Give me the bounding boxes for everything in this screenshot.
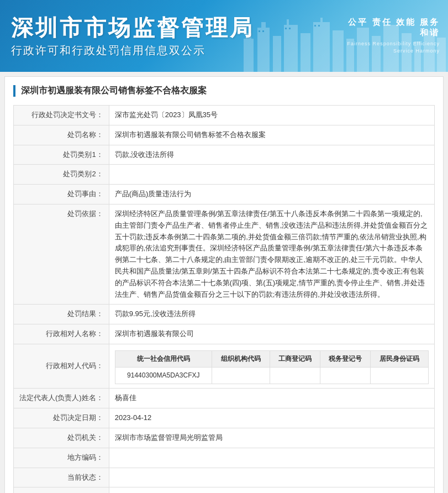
row-decision-doc: 行政处罚决定书文号： 深市监光处罚〔2023〕凤凰35号 — [14, 106, 435, 125]
value-decision-doc: 深市监光处罚〔2023〕凤凰35号 — [109, 106, 434, 125]
id-val-tax — [320, 368, 370, 384]
id-val-business — [270, 368, 320, 384]
value-authority: 深圳市市场监督管理局光明监管局 — [109, 428, 434, 448]
value-penalty-type1: 罚款,没收违法所得 — [109, 145, 434, 165]
case-title: 深圳市初遇服装有限公司销售标签不合格衣服案 — [13, 85, 435, 97]
row-area-code: 地方编码： — [14, 448, 435, 468]
row-reason: 处罚事由： 产品(商品)质量违法行为 — [14, 185, 435, 204]
id-value-row: 91440300MA5DA3CFXJ — [115, 368, 428, 384]
value-status — [109, 468, 434, 487]
label-remarks: 备注 — [14, 487, 109, 493]
row-case-name: 处罚名称： 深圳市初遇服装有限公司销售标签不合格衣服案 — [14, 125, 435, 145]
id-val-org — [212, 368, 270, 384]
id-val-resident — [370, 368, 428, 384]
label-basis: 处罚依据： — [14, 204, 109, 304]
row-admin-rel-id: 行政相对人代码： 统一社会信用代码 组织机构代码 工商登记码 税务登记号 居民身… — [14, 344, 435, 388]
value-result: 罚款9.95元,没收违法所得 — [109, 305, 434, 324]
label-decision-doc: 行政处罚决定书文号： — [14, 106, 109, 125]
label-result: 处罚结果： — [14, 305, 109, 324]
value-penalty-type2 — [109, 165, 434, 185]
row-admin-rel-name: 行政相对人名称： 深圳市初遇服装有限公司 — [14, 324, 435, 344]
row-status: 当前状态： — [14, 468, 435, 487]
row-authority: 处罚机关： 深圳市市场监督管理局光明监管局 — [14, 428, 435, 448]
value-basis: 深圳经济特区产品质量管理条例/第五章法律责任/第五十八条违反本条例第二十四条第一… — [109, 204, 434, 304]
id-col-tax: 税务登记号 — [320, 350, 370, 367]
value-case-name: 深圳市初遇服装有限公司销售标签不合格衣服案 — [109, 125, 434, 145]
id-val-unified: 91440300MA5DA3CFXJ — [115, 368, 212, 384]
header-title-main: 深圳市市场监督管理局 — [11, 14, 326, 41]
row-legal-rep: 法定代表人(负责人)姓名： 杨喜佳 — [14, 389, 435, 408]
id-col-business: 工商登记码 — [270, 350, 320, 367]
header: 深圳市市场监督管理局 行政许可和行政处罚信用信息双公示 公平 责任 效能 服务 … — [0, 0, 448, 72]
label-legal-rep: 法定代表人(负责人)姓名： — [14, 389, 109, 408]
value-reason: 产品(商品)质量违法行为 — [109, 185, 434, 204]
value-area-code — [109, 448, 434, 468]
id-col-unified: 统一社会信用代码 — [115, 350, 212, 367]
value-admin-rel-id: 统一社会信用代码 组织机构代码 工商登记码 税务登记号 居民身份证码 91440… — [109, 344, 434, 388]
value-admin-rel-name: 深圳市初遇服装有限公司 — [109, 324, 434, 344]
id-header-row: 统一社会信用代码 组织机构代码 工商登记码 税务登记号 居民身份证码 — [115, 350, 428, 367]
header-motto-cn: 公平 责任 效能 服务 和谐 — [346, 17, 440, 38]
row-remarks: 备注 — [14, 487, 435, 493]
label-admin-rel-name: 行政相对人名称： — [14, 324, 109, 344]
label-decision-date: 处罚决定日期： — [14, 408, 109, 428]
label-authority: 处罚机关： — [14, 428, 109, 448]
row-penalty-type1: 处罚类别1： 罚款,没收违法所得 — [14, 145, 435, 165]
header-title-sub: 行政许可和行政处罚信用信息双公示 — [11, 43, 326, 58]
label-area-code: 地方编码： — [14, 448, 109, 468]
case-table: 行政处罚决定书文号： 深市监光处罚〔2023〕凤凰35号 处罚名称： 深圳市初遇… — [13, 105, 435, 493]
label-admin-rel-id: 行政相对人代码： — [14, 344, 109, 388]
label-case-name: 处罚名称： — [14, 125, 109, 145]
id-inner-table: 统一社会信用代码 组织机构代码 工商登记码 税务登记号 居民身份证码 91440… — [115, 350, 429, 384]
value-legal-rep: 杨喜佳 — [109, 389, 434, 408]
row-penalty-type2: 处罚类别2： — [14, 165, 435, 185]
label-penalty-type2: 处罚类别2： — [14, 165, 109, 185]
header-motto-en: Fairness Responsibility Efficiency Servi… — [346, 40, 440, 55]
header-right: 公平 责任 效能 服务 和谐 Fairness Responsibility E… — [338, 0, 448, 72]
value-remarks — [109, 487, 434, 493]
id-col-resident: 居民身份证码 — [370, 350, 428, 367]
value-decision-date: 2023-04-12 — [109, 408, 434, 428]
content-area: 深圳市初遇服装有限公司销售标签不合格衣服案 行政处罚决定书文号： 深市监光处罚〔… — [4, 76, 444, 493]
id-col-org: 组织机构代码 — [212, 350, 270, 367]
header-left: 深圳市市场监督管理局 行政许可和行政处罚信用信息双公示 — [0, 0, 338, 72]
row-decision-date: 处罚决定日期： 2023-04-12 — [14, 408, 435, 428]
label-status: 当前状态： — [14, 468, 109, 487]
label-penalty-type1: 处罚类别1： — [14, 145, 109, 165]
row-result: 处罚结果： 罚款9.95元,没收违法所得 — [14, 305, 435, 324]
label-reason: 处罚事由： — [14, 185, 109, 204]
row-basis: 处罚依据： 深圳经济特区产品质量管理条例/第五章法律责任/第五十八条违反本条例第… — [14, 204, 435, 304]
